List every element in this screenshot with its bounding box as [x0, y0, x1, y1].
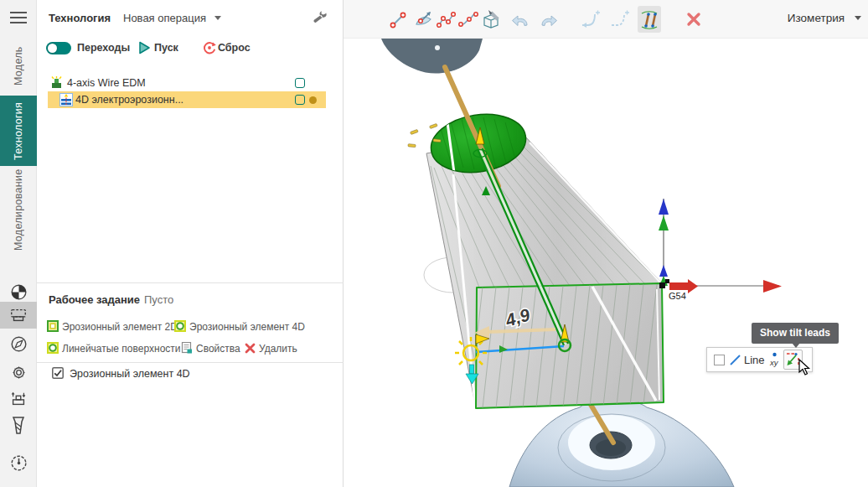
erosion-element-4d-row[interactable]: Эрозионный элемент 4D [52, 367, 190, 382]
edm-operation-icon [59, 93, 73, 110]
tilt-leads-icon[interactable] [638, 6, 661, 33]
tree-label-operation: 4D электроэрозионн... [75, 94, 183, 106]
show-tilt-leads-button[interactable] [783, 350, 803, 370]
tree-row-machine[interactable]: 4-axis Wire EDM [37, 75, 344, 91]
sketch-box-icon[interactable] [479, 6, 503, 33]
3d-viewport: 4,9 G54 [344, 0, 868, 487]
ruled-surfaces-button[interactable]: Линейчатые поверхности [47, 342, 181, 355]
view-orientation-select[interactable]: Изометрия [769, 12, 861, 24]
reset-label[interactable]: Сброс [218, 42, 251, 54]
tree-row-operation[interactable]: 4D электроэрозионн... [37, 91, 344, 108]
settings-wrench-icon[interactable] [312, 8, 328, 28]
sidebar-tab-modeling[interactable]: Моделирование [0, 168, 37, 251]
checked-checkbox-icon[interactable] [52, 367, 64, 379]
delete-button[interactable]: Удалить [245, 342, 297, 355]
worktask-title: Рабочее задание [49, 293, 140, 306]
delete-x-icon [245, 343, 256, 354]
wire-edm-machine-icon [49, 75, 64, 93]
viewport-3d-scene[interactable]: 4,9 G54 [344, 0, 868, 487]
sidebar-tab-model[interactable]: Модель [0, 39, 37, 94]
erosion-element-2d-button[interactable]: Эрозионный элемент 2D [47, 320, 178, 334]
run-label[interactable]: Пуск [154, 42, 178, 54]
undo-icon[interactable] [509, 6, 532, 33]
new-operation-dropdown[interactable]: Новая операция [123, 12, 221, 24]
xy-point-icon[interactable]: xy [768, 351, 781, 368]
line-label: Line [744, 354, 765, 366]
draw-surface-icon[interactable] [411, 6, 435, 33]
properties-doc-icon [181, 342, 193, 354]
draw-spline-icon[interactable] [457, 6, 480, 33]
tooltip: Show tilt leads [752, 323, 839, 344]
feed-gauge-icon[interactable] [0, 449, 37, 476]
line-icon [728, 353, 742, 367]
lead-in-icon[interactable] [579, 6, 602, 33]
erosion-element-4d-button[interactable]: Эрозионный элемент 4D [174, 320, 305, 334]
line-toolbar: Line xy [706, 347, 813, 372]
settings-gear-icon[interactable] [0, 359, 37, 386]
cutting-tool-icon[interactable] [0, 412, 37, 439]
left-sidebar: Модель Технология Моделирование [0, 0, 37, 487]
machine-setup-icon[interactable] [0, 386, 37, 412]
tree-label-machine: 4-axis Wire EDM [67, 77, 146, 89]
operation-visibility-toggle[interactable] [295, 95, 305, 105]
chevron-down-icon [214, 16, 221, 20]
run-button[interactable] [138, 41, 151, 58]
chevron-down-icon [855, 16, 861, 20]
view-orientation-label: Изометрия [788, 12, 845, 24]
draw-polyline-icon[interactable] [435, 6, 458, 33]
green-square-2d-icon [47, 320, 59, 332]
upper-wire-guide[interactable] [381, 39, 483, 74]
show-tilt-leads-icon [785, 351, 801, 368]
lead-out-icon[interactable] [608, 6, 632, 33]
draw-line-icon[interactable] [387, 6, 411, 33]
lower-wire-guide[interactable] [509, 400, 734, 487]
wcs-label: G54 [669, 291, 686, 301]
transitions-label: Переходы [77, 42, 130, 54]
svg-text:xy: xy [769, 358, 779, 367]
sidebar-tab-technology[interactable]: Технология [0, 96, 37, 166]
line-checkbox[interactable] [714, 355, 725, 365]
machining-area-icon[interactable] [0, 302, 37, 329]
delete-icon[interactable] [682, 6, 705, 33]
transitions-toggle[interactable] [46, 42, 71, 54]
green-circle-4d-icon [174, 320, 186, 332]
panel-title: Технология [49, 12, 111, 24]
redo-icon[interactable] [538, 6, 561, 33]
operation-status-dot [309, 96, 317, 104]
properties-button[interactable]: Свойства [181, 342, 240, 355]
hamburger-menu-icon[interactable] [10, 12, 27, 25]
simulation-compass-icon[interactable] [0, 330, 37, 357]
wcs-triad: G54 [659, 199, 782, 301]
worktask-status: Пусто [144, 293, 173, 306]
part-bottom-face[interactable] [469, 283, 664, 408]
technology-panel: Технология Новая операция Переходы Пуск … [37, 0, 344, 487]
reset-button[interactable] [203, 41, 216, 58]
ruled-surface-icon [47, 342, 59, 354]
machine-visibility-toggle[interactable] [295, 78, 305, 88]
